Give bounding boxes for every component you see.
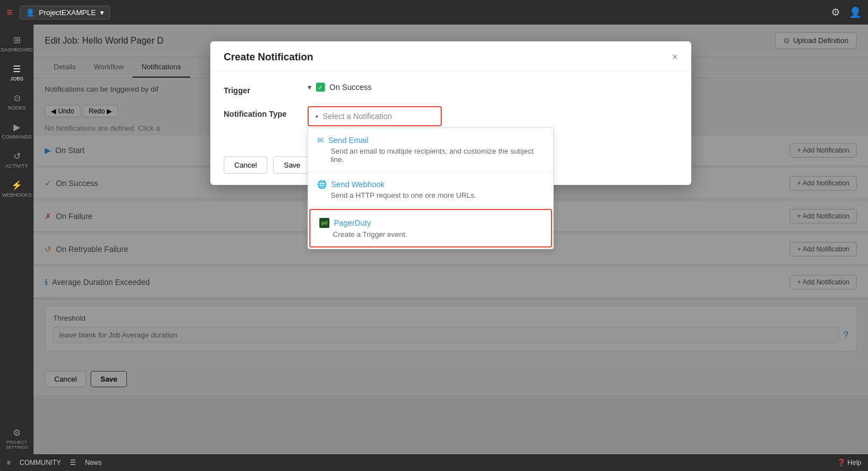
project-name: ProjectEXAMPLE [39,8,96,17]
pagerduty-desc: Create a Trigger event. [319,230,542,239]
project-selector[interactable]: 👤 ProjectEXAMPLE ▾ [20,6,111,20]
sidebar-item-label: JOBS [10,76,23,82]
top-bar: ≡ 👤 ProjectEXAMPLE ▾ ⚙ 👤 [0,0,868,25]
dashboard-icon: ⊞ [13,35,21,45]
main-layout: ⊞ DASHBOARD ☰ JOBS ⊙ NODES ▶ COMMANDS ↺ … [0,25,868,454]
sidebar-item-nodes[interactable]: ⊙ NODES [0,88,34,115]
dropdown-arrow-icon: ▾ [315,113,318,120]
notification-type-row: Notification Type ▾ Select a Notificatio… [224,106,678,126]
modal-body: Trigger ▾ ✓ On Success Notification Type [210,72,691,149]
sidebar-item-activity[interactable]: ↺ ACTIVITY [0,146,34,173]
community-label[interactable]: COMMUNITY [20,459,61,467]
sidebar-item-label: COMMANDS [2,134,32,140]
news-label[interactable]: News [85,459,102,467]
send-email-desc: Send an email to multiple recipients, an… [317,147,544,164]
trigger-label: Trigger [224,83,296,95]
jobs-icon: ☰ [13,64,21,74]
news-icon: ☰ [70,459,76,467]
dropdown-item-pagerduty[interactable]: pd PagerDuty Create a Trigger event. [309,209,552,248]
help-label[interactable]: ❓ Help [837,459,861,467]
modal-header: Create Notification × [210,41,691,72]
close-icon[interactable]: × [672,51,678,63]
email-icon: ✉ [317,136,324,145]
modal-save-button[interactable]: Save [273,156,311,174]
pagerduty-icon: pd [319,218,329,228]
sidebar-item-label: DASHBOARD [1,47,33,53]
sidebar-item-jobs[interactable]: ☰ JOBS [0,59,34,86]
sidebar-item-label: PROJECT SETTINGS [2,440,31,450]
sidebar: ⊞ DASHBOARD ☰ JOBS ⊙ NODES ▶ COMMANDS ↺ … [0,25,34,454]
top-bar-right: ⚙ 👤 [831,6,861,18]
dropdown-item-send-webhook[interactable]: 🌐 Send Webhook Send a HTTP request to on… [308,172,553,208]
pagerduty-title: PagerDuty [334,218,371,227]
send-webhook-title: Send Webhook [331,180,384,189]
activity-icon: ↺ [13,151,21,161]
modal-title: Create Notification [224,51,313,63]
menu-icon[interactable]: ≡ [7,7,13,18]
bottom-bar: ≡ COMMUNITY ☰ News ❓ Help [0,454,868,471]
sidebar-item-label: ACTIVITY [6,163,29,169]
community-icon: ≡ [7,459,11,467]
content-area: Edit Job: Hello World Pager D ⊙ Upload D… [34,25,868,454]
notification-type-select[interactable]: ▾ Select a Notification [308,106,442,126]
sidebar-item-webhooks[interactable]: ⚡ WEBHOOKS [0,175,34,202]
chevron-down-icon: ▾ [100,8,104,17]
nodes-icon: ⊙ [13,93,21,103]
sidebar-item-project-settings[interactable]: ⚙ PROJECT SETTINGS [0,423,34,454]
user-icon[interactable]: 👤 [849,6,861,18]
trigger-option-label: On Success [329,83,371,92]
create-notification-modal: Create Notification × Trigger ▾ ✓ On Suc… [210,41,691,185]
sidebar-item-label: NODES [8,105,26,111]
modal-cancel-button[interactable]: Cancel [224,156,267,174]
success-checkbox-icon: ✓ [316,83,325,92]
project-settings-icon: ⚙ [13,427,21,438]
webhook-icon: 🌐 [317,180,327,189]
commands-icon: ▶ [13,122,20,132]
chevron-icon: ▾ [308,83,312,92]
notification-type-placeholder: Select a Notification [323,112,392,121]
settings-icon[interactable]: ⚙ [831,6,840,18]
modal-overlay: Create Notification × Trigger ▾ ✓ On Suc… [34,25,868,454]
project-icon: 👤 [26,8,35,17]
webhooks-icon: ⚡ [11,180,22,191]
notification-type-menu: ✉ Send Email Send an email to multiple r… [308,127,554,249]
sidebar-item-label: WEBHOOKS [2,192,32,198]
trigger-value: ▾ ✓ On Success [308,83,678,92]
notification-type-value: ▾ Select a Notification ✉ S [308,106,678,126]
notification-type-dropdown: ▾ Select a Notification ✉ S [308,106,678,126]
sidebar-item-commands[interactable]: ▶ COMMANDS [0,117,34,144]
sidebar-item-dashboard[interactable]: ⊞ DASHBOARD [0,30,34,57]
send-email-title: Send Email [328,136,369,145]
notification-type-label: Notification Type [224,106,296,118]
dropdown-item-send-email[interactable]: ✉ Send Email Send an email to multiple r… [308,128,553,172]
trigger-row: Trigger ▾ ✓ On Success [224,83,678,95]
send-webhook-desc: Send a HTTP request to one ore more URLs… [317,191,544,199]
